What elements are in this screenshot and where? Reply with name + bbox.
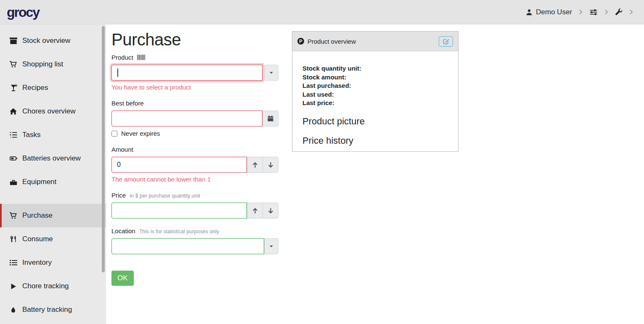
location-input[interactable] [111,238,264,254]
sidebar-item-chore-tracking[interactable]: Chore tracking [0,274,106,298]
best-before-field-group: Best before Never expires [111,100,278,137]
admin-wrench-button[interactable] [615,8,623,16]
caret-down-icon [268,243,274,249]
price-input-group [111,203,278,219]
sidebar-item-label: Tasks [22,131,40,139]
ok-button[interactable]: OK [111,271,134,286]
amount-increment-button[interactable] [247,157,263,173]
price-increment-button[interactable] [247,203,263,219]
sidebar-item-label: Inventory [22,258,52,267]
product-error-text: You have to select a product [111,84,278,91]
amount-input-group [111,157,278,173]
sidebar-scrollbar[interactable] [102,26,105,272]
product-field-group: Product You have to [111,54,278,91]
product-label: Product [111,54,278,61]
price-history-heading: Price history [302,135,448,146]
edit-icon [443,38,449,45]
stock-amount-field: Stock amount: [302,73,448,82]
sidebar-item-purchase[interactable]: Purchase [0,204,106,227]
last-purchased-field: Last purchased: [302,82,448,90]
sidebar-item-batteries-overview[interactable]: Batteries overview [0,147,106,170]
amount-error-text: The amount cannot be lower than 1 [111,176,278,183]
play-icon [9,283,18,290]
purchase-form: Purchase Product [111,24,278,286]
product-picture-heading: Product picture [302,116,448,127]
chevron-right-icon [628,9,634,15]
product-dropdown-button[interactable] [264,65,278,81]
price-hint: in $ per purchase quantity unit [130,193,200,199]
sliders-icon [589,8,598,16]
arrow-up-icon [252,162,258,168]
barcode-icon [137,55,146,60]
sidebar-item-label: Stock overview [22,37,70,45]
user-menu[interactable]: Demo User [526,8,572,16]
utensils-icon [9,235,18,243]
location-label: Location This is for statistical purpose… [111,227,278,234]
list-icon [9,259,18,266]
product-input[interactable] [111,65,262,81]
wrench-icon [615,8,623,16]
sidebar-item-label: Chores overview [22,107,76,116]
location-hint: This is for statistical purposes only [139,229,219,234]
calendar-button[interactable] [262,111,278,126]
arrow-down-icon [268,208,274,214]
chevron-right-icon [604,9,609,15]
price-decrement-button[interactable] [262,203,278,219]
settings-sliders-button[interactable] [589,8,598,16]
box-icon [9,37,18,45]
caret-down-icon [268,70,274,76]
product-input-group [111,65,278,81]
page-title: Purchase [111,30,278,49]
battery-icon [9,155,18,162]
sidebar-item-consume[interactable]: Consume [0,227,106,251]
home-icon [9,108,18,115]
sidebar-item-tasks[interactable]: Tasks [0,123,106,147]
sidebar-item-shopping-list[interactable]: Shopping list [0,53,106,76]
stock-quantity-unit-field: Stock quantity unit: [302,64,448,73]
sidebar-item-label: Batteries overview [22,154,81,163]
price-label: Price in $ per purchase quantity unit [111,192,278,199]
amount-label: Amount [111,146,278,153]
never-expires-checkbox[interactable] [111,131,117,137]
tasks-icon [9,131,18,139]
sidebar-item-label: Shopping list [22,60,63,68]
main-content: Purchase Product [106,24,644,324]
price-input[interactable] [111,203,247,219]
droplet-icon [9,306,18,313]
sidebar-item-chores-overview[interactable]: Chores overview [0,100,106,123]
arrow-up-icon [252,208,258,214]
toolbox-icon [9,178,18,186]
sidebar: Stock overview Shopping list Recipes Cho… [0,24,106,324]
sidebar-item-label: Battery tracking [22,306,72,314]
shopping-cart-icon [9,61,18,68]
product-overview-header: P Product overview [292,32,458,51]
calendar-icon [267,115,274,122]
sidebar-item-recipes[interactable]: Recipes [0,76,106,100]
sidebar-item-label: Purchase [22,211,53,220]
topbar: grocy Demo User [0,0,644,24]
product-overview-body: Stock quantity unit: Stock amount: Last … [292,51,458,146]
arrow-down-icon [268,162,274,168]
best-before-input-group [111,111,278,126]
price-field-group: Price in $ per purchase quantity unit [111,192,278,219]
location-field-group: Location This is for statistical purpose… [111,227,278,254]
sidebar-item-equipment[interactable]: Equipment [0,170,106,194]
never-expires-label: Never expires [121,130,160,137]
sidebar-item-stock-overview[interactable]: Stock overview [0,29,106,53]
sidebar-item-label: Equipment [22,178,56,186]
amount-input[interactable] [111,157,247,173]
topbar-actions: Demo User [526,8,634,16]
user-icon [526,9,533,16]
never-expires-row: Never expires [111,130,278,137]
best-before-label: Best before [111,100,278,107]
amount-decrement-button[interactable] [262,157,278,173]
text-cursor [117,68,118,77]
sidebar-item-battery-tracking[interactable]: Battery tracking [0,298,106,321]
grocy-logo[interactable]: grocy [7,5,39,19]
user-menu-label: Demo User [536,8,572,16]
sidebar-item-inventory[interactable]: Inventory [0,251,106,274]
sidebar-item-label: Recipes [22,84,48,92]
best-before-input[interactable] [111,111,262,126]
location-dropdown-button[interactable] [264,238,278,254]
edit-product-button[interactable] [439,36,453,47]
